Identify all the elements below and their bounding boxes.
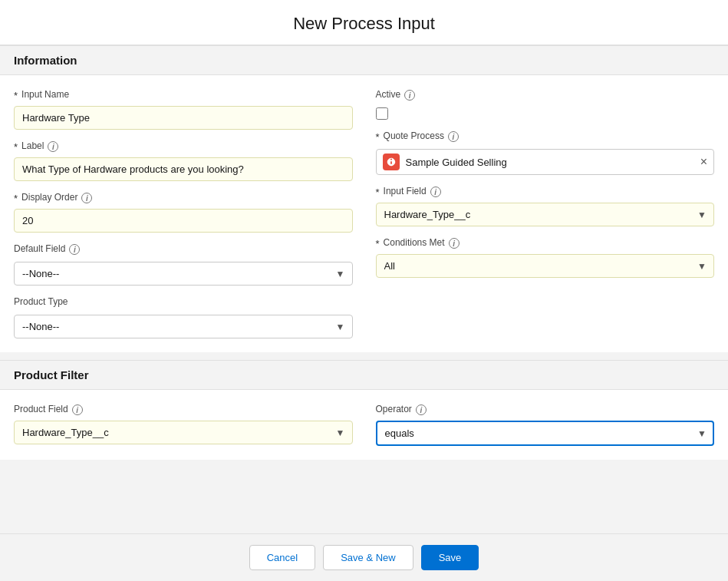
display-order-info-icon[interactable]: i [81, 193, 92, 203]
product-field-select-wrapper: Hardware_Type__c ▼ [14, 421, 353, 444]
quote-process-clear-button[interactable]: × [700, 156, 707, 168]
cancel-button[interactable]: Cancel [249, 545, 315, 570]
content-area: Information * Input Name ↺ [0, 45, 728, 533]
quote-process-text: Sample Guided Selling [406, 157, 694, 168]
product-filter-right-col: Operator i ↺ equals ▼ [376, 404, 715, 446]
quote-process-value: Sample Guided Selling × [376, 149, 715, 175]
default-field-group: Default Field i --None-- ▼ [14, 243, 353, 286]
information-header: Information [0, 45, 728, 75]
conditions-met-info-icon[interactable]: i [449, 238, 460, 249]
display-order-required: * [14, 193, 18, 204]
input-name-label: Input Name [21, 89, 69, 100]
information-body: * Input Name ↺ * [0, 75, 728, 352]
default-field-info-icon[interactable]: i [69, 244, 80, 255]
product-field-label: Product Field [14, 404, 68, 414]
product-type-label: Product Type [14, 296, 68, 307]
page-wrapper: New Process Input Information * Input Na… [0, 0, 728, 581]
input-field-select[interactable]: Hardware_Type__c [376, 203, 715, 226]
label-input[interactable] [14, 157, 353, 181]
input-field-info-icon[interactable]: i [430, 187, 441, 197]
input-field-label: Input Field [384, 186, 427, 196]
operator-label: Operator [376, 404, 412, 414]
active-checkbox[interactable] [376, 107, 388, 120]
product-filter-section: Product Filter Product Field i ↺ [0, 360, 728, 460]
product-filter-body: Product Field i ↺ Hardware_Type__c ▼ [0, 390, 728, 460]
product-field-select[interactable]: Hardware_Type__c [14, 421, 353, 444]
footer: Cancel Save & New Save [0, 533, 728, 581]
product-field-group: Product Field i ↺ Hardware_Type__c ▼ [14, 404, 353, 444]
default-field-label: Default Field [14, 243, 65, 254]
product-filter-left-col: Product Field i ↺ Hardware_Type__c ▼ [14, 404, 353, 446]
active-info-icon[interactable]: i [404, 90, 415, 101]
input-name-field: * Input Name ↺ [14, 89, 353, 130]
active-field: Active i [376, 89, 715, 120]
save-new-button[interactable]: Save & New [323, 545, 413, 570]
display-order-label: Display Order [21, 192, 77, 203]
input-field-select-wrapper: Hardware_Type__c ▼ [376, 203, 715, 226]
conditions-met-label: Conditions Met [384, 237, 445, 248]
product-type-select-wrapper: --None-- ▼ [14, 315, 353, 338]
quote-process-label: Quote Process [384, 130, 444, 141]
conditions-met-required: * [376, 238, 380, 249]
input-field-required: * [376, 187, 380, 198]
default-field-select[interactable]: --None-- [14, 262, 353, 286]
product-type-field: Product Type --None-- ▼ [14, 296, 353, 338]
active-label: Active [376, 89, 401, 100]
product-field-info-icon[interactable]: i [72, 404, 83, 415]
active-checkbox-wrapper [376, 107, 715, 120]
information-left-col: * Input Name ↺ * [14, 89, 353, 338]
display-order-input[interactable] [14, 209, 353, 233]
operator-select[interactable]: equals [376, 421, 715, 446]
conditions-met-field: * Conditions Met i ↺ All ▼ [376, 237, 715, 278]
input-field-group: * Input Field i ↺ Hardware_Type__c ▼ [376, 186, 715, 226]
operator-info-icon[interactable]: i [416, 404, 427, 415]
operator-select-wrapper: equals ▼ [376, 421, 715, 446]
label-field-group: * Label i ↺ [14, 140, 353, 181]
operator-field-group: Operator i ↺ equals ▼ [376, 404, 715, 446]
default-field-select-wrapper: --None-- ▼ [14, 262, 353, 286]
label-required: * [14, 141, 18, 153]
conditions-met-select[interactable]: All [376, 254, 715, 278]
label-label: Label [21, 140, 44, 151]
input-name-input[interactable] [14, 106, 353, 130]
information-section: Information * Input Name ↺ [0, 45, 728, 352]
quote-process-info-icon[interactable]: i [448, 131, 459, 142]
label-info-icon[interactable]: i [48, 141, 58, 152]
product-filter-header: Product Filter [0, 360, 728, 390]
quote-process-required: * [376, 131, 380, 143]
conditions-met-select-wrapper: All ▼ [376, 254, 715, 278]
quote-process-field: * Quote Process i Sample Guided Selling [376, 130, 715, 175]
quote-process-icon [383, 154, 400, 170]
display-order-field: * Display Order i ↺ [14, 192, 353, 233]
save-button[interactable]: Save [421, 545, 479, 570]
input-name-required: * [14, 90, 18, 101]
information-right-col: Active i * Quote Process i [376, 89, 715, 338]
product-type-select[interactable]: --None-- [14, 315, 353, 338]
page-title: New Process Input [0, 0, 728, 45]
